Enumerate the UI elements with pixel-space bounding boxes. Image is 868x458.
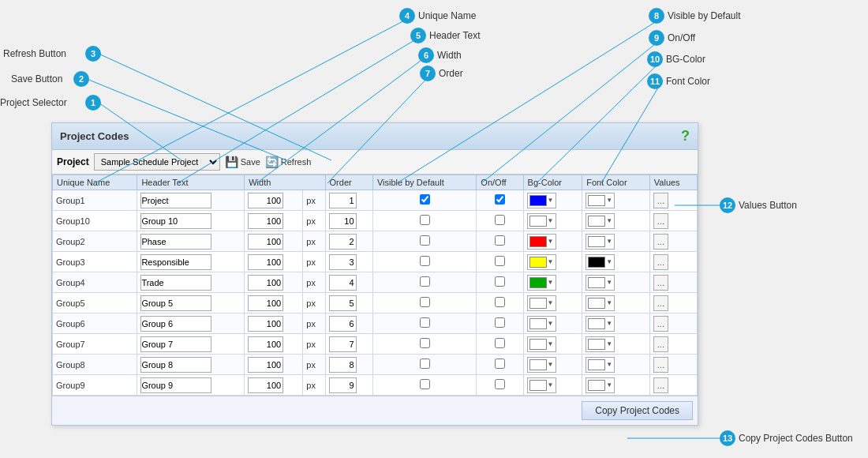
width-input[interactable] <box>248 254 283 270</box>
cell-bg-color: ▼ <box>523 293 582 313</box>
values-button[interactable]: ... <box>653 254 668 270</box>
font-color-button[interactable]: ▼ <box>586 193 615 208</box>
header-text-input[interactable] <box>140 213 211 229</box>
cell-unique-name: Group2 <box>53 231 137 252</box>
visible-checkbox[interactable] <box>420 256 430 266</box>
width-input[interactable] <box>248 357 283 373</box>
cell-header-text <box>137 211 245 231</box>
width-input[interactable] <box>248 213 283 229</box>
bg-color-button[interactable]: ▼ <box>527 193 556 208</box>
bg-color-button[interactable]: ▼ <box>527 377 556 393</box>
copy-project-codes-button[interactable]: Copy Project Codes <box>582 401 693 420</box>
bg-color-button[interactable]: ▼ <box>527 316 556 332</box>
visible-checkbox[interactable] <box>420 379 430 389</box>
font-color-button[interactable]: ▼ <box>586 316 615 332</box>
values-button[interactable]: ... <box>653 336 668 352</box>
cell-width <box>245 334 303 355</box>
order-input[interactable] <box>329 295 357 311</box>
onoff-checkbox[interactable] <box>495 235 505 246</box>
header-text-input[interactable] <box>140 234 211 250</box>
header-text-input[interactable] <box>140 336 211 352</box>
bg-color-button[interactable]: ▼ <box>527 213 556 229</box>
cell-values: ... <box>649 272 697 293</box>
bg-color-button[interactable]: ▼ <box>527 295 556 311</box>
project-label: Project <box>57 156 89 167</box>
bg-color-button[interactable]: ▼ <box>527 234 556 250</box>
cell-onoff <box>477 211 523 231</box>
width-input[interactable] <box>248 295 283 311</box>
font-color-button[interactable]: ▼ <box>586 213 615 229</box>
width-input[interactable] <box>248 377 283 393</box>
order-input[interactable] <box>329 336 357 352</box>
font-color-button[interactable]: ▼ <box>586 275 615 291</box>
bg-color-button[interactable]: ▼ <box>527 357 556 373</box>
values-button[interactable]: ... <box>653 234 668 250</box>
onoff-checkbox[interactable] <box>495 215 505 225</box>
header-text-input[interactable] <box>140 377 211 393</box>
values-button[interactable]: ... <box>653 357 668 373</box>
font-color-button[interactable]: ▼ <box>586 377 615 393</box>
project-selector[interactable]: Sample Schedule Project <box>94 153 220 171</box>
visible-checkbox[interactable] <box>420 215 430 225</box>
help-button[interactable]: ? <box>681 128 690 145</box>
width-input[interactable] <box>248 275 283 291</box>
values-button[interactable]: ... <box>653 275 668 291</box>
visible-checkbox[interactable] <box>420 297 430 307</box>
bg-color-button[interactable]: ▼ <box>527 254 556 270</box>
values-button[interactable]: ... <box>653 213 668 229</box>
cell-order <box>325 231 372 252</box>
header-text-input[interactable] <box>140 357 211 373</box>
font-color-button[interactable]: ▼ <box>586 295 615 311</box>
cell-header-text <box>137 272 245 293</box>
onoff-checkbox[interactable] <box>495 359 505 369</box>
onoff-checkbox[interactable] <box>495 276 505 287</box>
order-input[interactable] <box>329 254 357 270</box>
values-button[interactable]: ... <box>653 316 668 332</box>
font-color-button[interactable]: ▼ <box>586 234 615 250</box>
font-color-dropdown-arrow: ▼ <box>606 320 612 327</box>
onoff-checkbox[interactable] <box>495 338 505 348</box>
order-input[interactable] <box>329 357 357 373</box>
visible-checkbox[interactable] <box>420 317 430 328</box>
visible-checkbox[interactable] <box>420 276 430 287</box>
order-input[interactable] <box>329 193 357 208</box>
visible-checkbox[interactable] <box>420 235 430 246</box>
cell-onoff <box>477 231 523 252</box>
width-input[interactable] <box>248 336 283 352</box>
onoff-checkbox[interactable] <box>495 194 505 205</box>
order-input[interactable] <box>329 275 357 291</box>
font-color-button[interactable]: ▼ <box>586 336 615 352</box>
font-color-button[interactable]: ▼ <box>586 254 615 270</box>
header-text-input[interactable] <box>140 275 211 291</box>
onoff-checkbox[interactable] <box>495 256 505 266</box>
values-button[interactable]: ... <box>653 377 668 393</box>
header-text-input[interactable] <box>140 193 211 208</box>
visible-checkbox[interactable] <box>420 194 430 205</box>
order-input[interactable] <box>329 213 357 229</box>
bg-color-button[interactable]: ▼ <box>527 275 556 291</box>
header-text-input[interactable] <box>140 316 211 332</box>
onoff-checkbox[interactable] <box>495 379 505 389</box>
order-input[interactable] <box>329 316 357 332</box>
order-input[interactable] <box>329 234 357 250</box>
bg-color-swatch <box>529 257 547 268</box>
bg-color-button[interactable]: ▼ <box>527 336 556 352</box>
onoff-checkbox[interactable] <box>495 297 505 307</box>
width-input[interactable] <box>248 234 283 250</box>
cell-order <box>325 355 372 375</box>
header-text-input[interactable] <box>140 254 211 270</box>
width-input[interactable] <box>248 193 283 208</box>
save-button[interactable]: 💾 Save <box>225 156 260 168</box>
order-input[interactable] <box>329 377 357 393</box>
refresh-button[interactable]: 🔄 Refresh <box>265 156 312 168</box>
header-text-input[interactable] <box>140 295 211 311</box>
label-values-button: Values Button <box>739 200 797 211</box>
values-button[interactable]: ... <box>653 193 668 208</box>
values-button[interactable]: ... <box>653 295 668 311</box>
visible-checkbox[interactable] <box>420 359 430 369</box>
onoff-checkbox[interactable] <box>495 317 505 328</box>
visible-checkbox[interactable] <box>420 338 430 348</box>
label-bg-color: BG-Color <box>666 54 705 65</box>
width-input[interactable] <box>248 316 283 332</box>
font-color-button[interactable]: ▼ <box>586 357 615 373</box>
